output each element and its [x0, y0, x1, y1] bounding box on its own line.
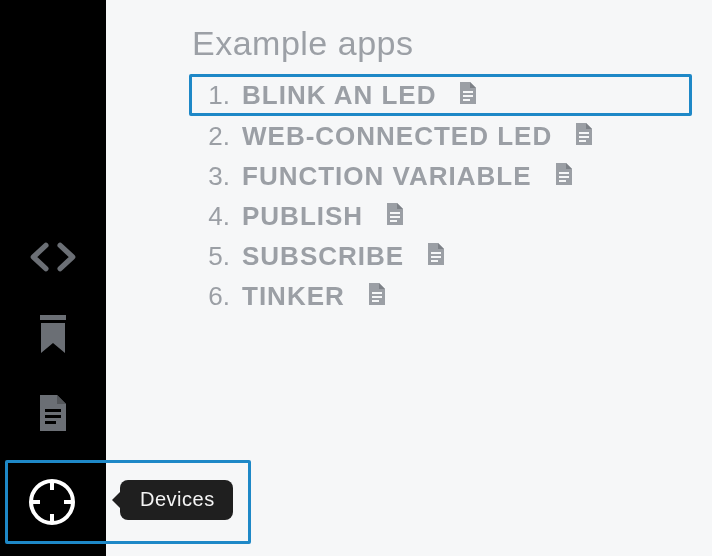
svg-rect-17 [559, 180, 566, 182]
file-icon [554, 162, 574, 190]
app-item-subscribe[interactable]: SUBSCRIBE [192, 236, 692, 276]
app-label: PUBLISH [242, 203, 363, 229]
sidebar-document-button[interactable] [28, 388, 78, 438]
app-label: BLINK AN LED [242, 82, 436, 108]
svg-rect-18 [390, 212, 400, 214]
svg-rect-10 [463, 95, 473, 97]
file-icon [367, 282, 387, 310]
svg-rect-19 [390, 216, 400, 218]
svg-rect-14 [579, 140, 586, 142]
svg-rect-13 [579, 136, 589, 138]
svg-rect-21 [431, 252, 441, 254]
app-item-web-connected-led[interactable]: WEB-CONNECTED LED [192, 116, 692, 156]
svg-rect-24 [372, 292, 382, 294]
target-icon [27, 477, 77, 527]
svg-rect-3 [45, 421, 56, 424]
app-label: FUNCTION VARIABLE [242, 163, 532, 189]
main-panel: Example apps BLINK AN LED WEB-CONNECTED … [106, 0, 712, 556]
svg-rect-1 [45, 409, 61, 412]
sidebar-devices-button[interactable] [22, 472, 82, 532]
svg-rect-26 [372, 300, 379, 302]
app-item-function-variable[interactable]: FUNCTION VARIABLE [192, 156, 692, 196]
bookmark-icon [38, 315, 68, 355]
app-item-blink-an-led[interactable]: BLINK AN LED [189, 74, 692, 116]
file-icon [426, 242, 446, 270]
svg-rect-23 [431, 260, 438, 262]
svg-rect-16 [559, 176, 569, 178]
example-apps-list: BLINK AN LED WEB-CONNECTED LED FUNCTION … [192, 74, 692, 316]
document-icon [37, 393, 69, 433]
app-label: WEB-CONNECTED LED [242, 123, 552, 149]
svg-rect-20 [390, 220, 397, 222]
code-icon [28, 240, 78, 274]
svg-rect-22 [431, 256, 441, 258]
app-label: TINKER [242, 283, 345, 309]
file-icon [458, 81, 478, 109]
svg-rect-25 [372, 296, 382, 298]
svg-rect-11 [463, 99, 470, 101]
app-label: SUBSCRIBE [242, 243, 404, 269]
svg-rect-15 [559, 172, 569, 174]
svg-rect-12 [579, 132, 589, 134]
svg-rect-0 [40, 315, 66, 320]
app-item-tinker[interactable]: TINKER [192, 276, 692, 316]
sidebar-code-button[interactable] [28, 232, 78, 282]
app-item-publish[interactable]: PUBLISH [192, 196, 692, 236]
file-icon [385, 202, 405, 230]
section-title: Example apps [192, 24, 692, 63]
sidebar-bookmark-button[interactable] [28, 310, 78, 360]
svg-rect-9 [463, 91, 473, 93]
svg-rect-2 [45, 415, 61, 418]
file-icon [574, 122, 594, 150]
